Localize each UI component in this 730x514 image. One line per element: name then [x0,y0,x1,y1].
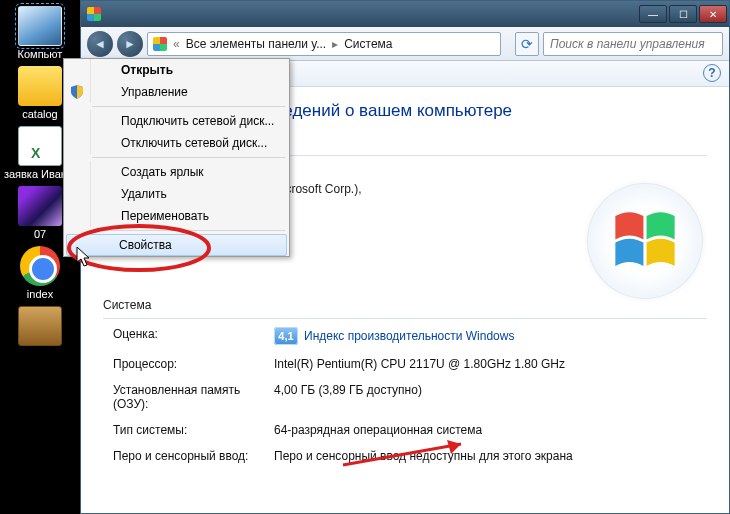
ctx-open[interactable]: Открыть [90,59,289,81]
archive-icon [18,306,62,346]
window-controls: — ☐ ✕ [639,5,729,23]
system-grid: Оценка: 4,1 Индекс производительности Wi… [103,327,707,463]
search-input[interactable] [543,32,723,56]
windows-logo [587,183,703,299]
help-button[interactable]: ? [703,64,721,82]
ram-label: Установленная память (ОЗУ): [113,383,268,411]
chevron-left-icon: ◄ [94,37,106,51]
breadcrumb-item[interactable]: Все элементы панели у... [183,37,329,51]
minimize-button[interactable]: — [639,5,667,23]
folder-icon [18,66,62,106]
ctx-map-drive[interactable]: Подключить сетевой диск... [90,110,289,132]
windows-flag-icon [87,7,101,21]
chrome-icon [20,246,60,286]
system-header: Система [103,298,707,312]
wei-rating[interactable]: 4,1 Индекс производительности Windows [274,327,514,345]
excel-icon [18,126,62,166]
type-value: 64-разрядная операционная система [274,423,707,437]
wei-badge: 4,1 [274,327,298,345]
maximize-button[interactable]: ☐ [669,5,697,23]
flag-icon [153,37,167,51]
desktop-computer[interactable]: Компьют [0,6,80,60]
rating-label: Оценка: [113,327,268,345]
shield-icon [69,84,85,100]
ram-value: 4,00 ГБ (3,89 ГБ доступно) [274,383,707,411]
image-icon [18,186,62,226]
ctx-properties[interactable]: Свойства [66,234,287,256]
pen-label: Перо и сенсорный ввод: [113,449,268,463]
ctx-manage[interactable]: Управление [90,81,289,103]
type-label: Тип системы: [113,423,268,437]
breadcrumb[interactable]: « Все элементы панели у... ▸ Система [147,32,501,56]
divider [103,318,707,319]
breadcrumb-item[interactable]: Система [341,37,395,51]
computer-icon [18,6,62,46]
nav-bar: ◄ ► « Все элементы панели у... ▸ Система… [81,27,729,61]
separator [92,157,285,158]
cpu-label: Процессор: [113,357,268,371]
nav-back-button[interactable]: ◄ [87,31,113,57]
desktop-item-archive[interactable] [0,306,80,346]
wei-link[interactable]: Индекс производительности Windows [304,329,514,343]
chevron-right-icon: ► [124,37,136,51]
close-button[interactable]: ✕ [699,5,727,23]
ctx-shortcut[interactable]: Создать ярлык [90,161,289,183]
separator [92,106,285,107]
refresh-button[interactable]: ⟳ [515,32,539,56]
ctx-delete[interactable]: Удалить [90,183,289,205]
title-bar[interactable]: — ☐ ✕ [81,1,729,27]
pen-value: Перо и сенсорный ввод недоступны для это… [274,449,707,463]
ctx-rename[interactable]: Переименовать [90,205,289,227]
ctx-unmap-drive[interactable]: Отключить сетевой диск... [90,132,289,154]
context-menu: Открыть Управление Подключить сетевой ди… [63,58,290,257]
windows-flag-icon [606,202,684,280]
separator [92,230,285,231]
refresh-icon: ⟳ [521,36,533,52]
cursor-icon [76,246,92,268]
cpu-value: Intel(R) Pentium(R) CPU 2117U @ 1.80GHz … [274,357,707,371]
nav-forward-button[interactable]: ► [117,31,143,57]
